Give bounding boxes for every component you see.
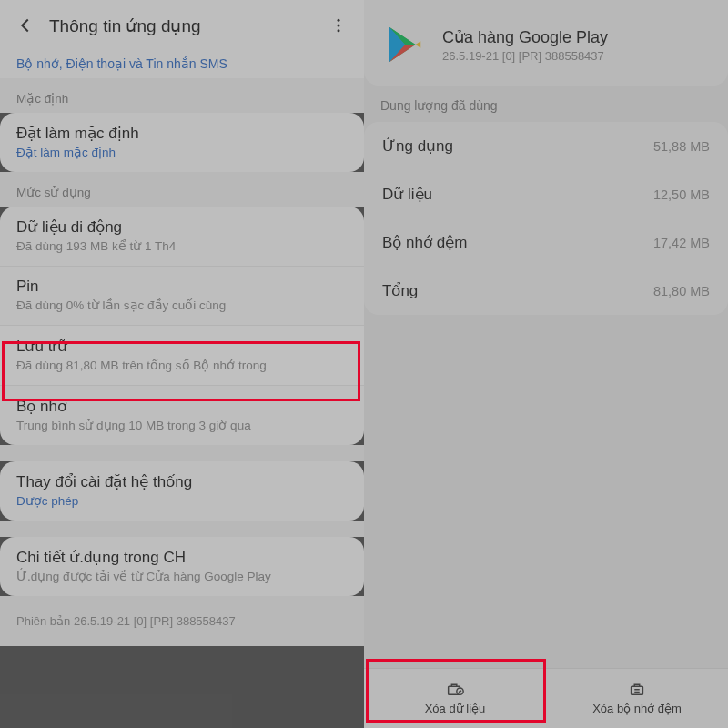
section-default: Mặc định (0, 78, 364, 113)
permissions-preview[interactable]: Bộ nhớ, Điện thoại và Tin nhắn SMS (0, 51, 364, 78)
clear-cache-button[interactable]: Xóa bộ nhớ đệm (546, 669, 728, 728)
svg-point-0 (338, 19, 340, 22)
row-system-settings[interactable]: Thay đổi cài đặt hệ thống Được phép (0, 461, 364, 521)
row-storage[interactable]: Lưu trữ Đã dùng 81,80 MB trên tổng số Bộ… (0, 326, 364, 386)
play-store-icon (380, 20, 430, 69)
row-store-details[interactable]: Chi tiết ứ.dụng trong CH Ứ.dụng được tải… (0, 537, 364, 596)
svg-point-1 (338, 25, 340, 27)
clear-data-icon (445, 678, 465, 698)
row-total-size: Tổng 81,80 MB (364, 267, 728, 315)
row-set-default[interactable]: Đặt làm mặc định Đặt làm mặc định (0, 113, 364, 172)
app-version: 26.5.19-21 [0] [PR] 388558437 (442, 49, 608, 63)
row-cache-size: Bộ nhớ đệm 17,42 MB (364, 218, 728, 267)
page-title: Thông tin ứng dụng (44, 15, 320, 36)
clear-data-button[interactable]: Xóa dữ liệu (364, 669, 546, 728)
more-icon[interactable] (320, 7, 357, 44)
app-name: Cửa hàng Google Play (442, 27, 608, 47)
usage-header: Dung lượng đã dùng (364, 86, 728, 122)
svg-marker-5 (416, 41, 421, 48)
row-mobile-data[interactable]: Dữ liệu di động Đã dùng 193 MB kể từ 1 T… (0, 207, 364, 267)
back-icon[interactable] (7, 7, 44, 44)
clear-cache-icon (627, 678, 647, 698)
svg-point-2 (338, 29, 340, 32)
row-battery[interactable]: Pin Đã dùng 0% từ lần sạc đầy cuối cùng (0, 267, 364, 326)
svg-rect-9 (632, 686, 643, 694)
version-text: Phiên bản 26.5.19-21 [0] [PR] 388558437 (0, 596, 364, 646)
section-usage: Mức sử dụng (0, 172, 364, 207)
row-data-size: Dữ liệu 12,50 MB (364, 170, 728, 218)
row-memory[interactable]: Bộ nhớ Trung bình sử dụng 10 MB trong 3 … (0, 386, 364, 445)
row-app-size: Ứng dụng 51,88 MB (364, 122, 728, 170)
